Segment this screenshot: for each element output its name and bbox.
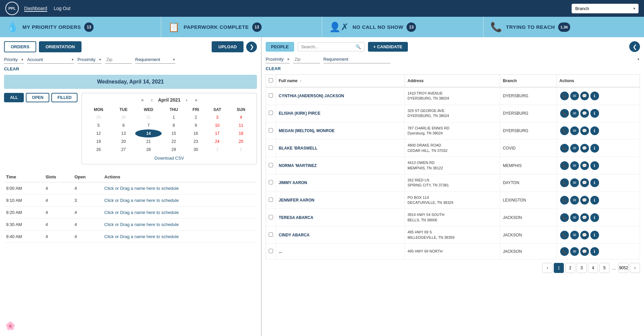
message-icon[interactable]: 💬 bbox=[580, 109, 589, 118]
pagination-prev[interactable]: ‹ bbox=[542, 263, 552, 273]
row-checkbox[interactable] bbox=[269, 215, 273, 219]
page-btn-4[interactable]: 4 bbox=[588, 263, 598, 273]
toggle-open[interactable]: OPEN bbox=[26, 93, 49, 102]
info-icon[interactable]: ℹ bbox=[590, 109, 599, 118]
phone-icon[interactable]: 📞 bbox=[560, 109, 569, 118]
info-icon[interactable]: ℹ bbox=[590, 144, 599, 153]
right-proximity-filter[interactable]: Proximity bbox=[266, 55, 290, 63]
email-icon[interactable]: ✉ bbox=[570, 109, 579, 118]
people-button[interactable]: PEOPLE bbox=[266, 42, 294, 52]
cal-day-cell[interactable]: 17 bbox=[206, 129, 229, 137]
right-requirement-filter[interactable]: Requirement bbox=[323, 55, 390, 63]
right-arrow-button[interactable]: ❯ bbox=[246, 42, 257, 52]
phone-icon[interactable]: 📞 bbox=[560, 213, 569, 222]
cal-day-cell[interactable]: 21 bbox=[135, 137, 162, 146]
cal-last-button[interactable]: » bbox=[193, 97, 200, 103]
cal-day-cell[interactable]: 8 bbox=[162, 121, 186, 129]
cal-day-cell[interactable]: 11 bbox=[229, 121, 253, 129]
stat-paperwork[interactable]: 📋 PAPERWORK COMPLETE 13 bbox=[161, 17, 323, 37]
orders-button[interactable]: ORDERS bbox=[4, 41, 36, 52]
right-clear-link[interactable]: CLEAR bbox=[266, 66, 281, 71]
toggle-all[interactable]: ALL bbox=[4, 93, 24, 102]
info-icon[interactable]: ℹ bbox=[590, 196, 599, 205]
schedule-action-link[interactable]: Click or Drag a name here to schedule bbox=[104, 198, 179, 203]
info-icon[interactable]: ℹ bbox=[590, 161, 599, 170]
page-btn-1[interactable]: 1 bbox=[554, 263, 564, 273]
cal-day-cell[interactable]: 15 bbox=[162, 129, 186, 137]
schedule-action-link[interactable]: Click or Drag a name here to schedule bbox=[104, 222, 179, 227]
schedule-action-link[interactable]: Click or Drag a name here to schedule bbox=[104, 234, 179, 239]
message-icon[interactable]: 💬 bbox=[580, 92, 589, 100]
cal-day-cell[interactable]: 18 bbox=[229, 129, 253, 137]
cal-prev-button[interactable]: ‹ bbox=[149, 97, 155, 103]
cal-day-cell[interactable]: 26 bbox=[85, 146, 112, 154]
nav-dashboard[interactable]: Dashboard bbox=[24, 6, 47, 12]
stat-priority[interactable]: 💧 MY PRIORITY ORDERS 13 bbox=[0, 17, 161, 37]
cal-day-cell[interactable]: 20 bbox=[112, 137, 135, 146]
row-checkbox[interactable] bbox=[269, 163, 273, 167]
message-icon[interactable]: 💬 bbox=[580, 178, 589, 187]
cal-day-cell[interactable]: 2 bbox=[229, 146, 253, 154]
pagination-next[interactable]: › bbox=[630, 263, 640, 273]
phone-icon[interactable]: 📞 bbox=[560, 178, 569, 187]
select-all-checkbox[interactable] bbox=[269, 78, 273, 82]
schedule-action-link[interactable]: Click or Drag a name here to schedule bbox=[104, 210, 179, 215]
left-arrow-button[interactable]: ❮ bbox=[629, 41, 640, 52]
left-clear-link[interactable]: CLEAR bbox=[4, 66, 19, 71]
upload-button[interactable]: UPLOAD bbox=[212, 41, 244, 52]
right-zip-input[interactable] bbox=[293, 55, 320, 63]
schedule-action-link[interactable]: Click or Drag a name here to schedule bbox=[104, 186, 179, 191]
row-checkbox[interactable] bbox=[269, 128, 273, 132]
row-checkbox[interactable] bbox=[269, 146, 273, 150]
cal-day-cell[interactable]: 23 bbox=[186, 137, 206, 146]
cal-day-cell[interactable]: 24 bbox=[206, 137, 229, 146]
email-icon[interactable]: ✉ bbox=[570, 92, 579, 100]
cal-day-cell[interactable]: 30 bbox=[186, 146, 206, 154]
info-icon[interactable]: ℹ bbox=[590, 178, 599, 187]
message-icon[interactable]: 💬 bbox=[580, 144, 589, 153]
cal-day-cell[interactable]: 2 bbox=[186, 113, 206, 121]
fullname-header[interactable]: Full name ↑ bbox=[276, 75, 405, 88]
cal-day-cell[interactable]: 25 bbox=[229, 137, 253, 146]
add-candidate-button[interactable]: + CANDIDATE bbox=[368, 42, 408, 52]
cal-day-cell[interactable]: 14 bbox=[135, 129, 162, 137]
requirement-filter[interactable]: Requirement bbox=[135, 56, 175, 64]
phone-icon[interactable]: 📞 bbox=[560, 231, 569, 239]
message-icon[interactable]: 💬 bbox=[580, 126, 589, 135]
row-checkbox[interactable] bbox=[269, 232, 273, 237]
cal-day-cell[interactable]: 12 bbox=[85, 129, 112, 137]
branch-select[interactable]: Branch bbox=[572, 4, 639, 13]
row-checkbox[interactable] bbox=[269, 93, 273, 98]
email-icon[interactable]: ✉ bbox=[570, 231, 579, 239]
cal-first-button[interactable]: « bbox=[139, 97, 146, 103]
info-icon[interactable]: ℹ bbox=[590, 126, 599, 135]
email-icon[interactable]: ✉ bbox=[570, 247, 579, 256]
page-btn-2[interactable]: 2 bbox=[565, 263, 575, 273]
email-icon[interactable]: ✉ bbox=[570, 161, 579, 170]
phone-icon[interactable]: 📞 bbox=[560, 92, 569, 100]
email-icon[interactable]: ✉ bbox=[570, 213, 579, 222]
cal-day-cell[interactable]: 22 bbox=[162, 137, 186, 146]
message-icon[interactable]: 💬 bbox=[580, 196, 589, 205]
stat-nocall[interactable]: 👤✗ NO CALL NO SHOW 13 bbox=[322, 17, 484, 37]
info-icon[interactable]: ℹ bbox=[590, 213, 599, 222]
pagination-last[interactable]: 9052 bbox=[619, 263, 629, 273]
row-checkbox[interactable] bbox=[269, 111, 273, 115]
info-icon[interactable]: ℹ bbox=[590, 92, 599, 100]
cal-day-cell[interactable]: 1 bbox=[206, 146, 229, 154]
cal-day-cell[interactable]: 30 bbox=[112, 113, 135, 121]
phone-icon[interactable]: 📞 bbox=[560, 126, 569, 135]
orientation-button[interactable]: ORIENTATION bbox=[39, 41, 82, 52]
toggle-filled[interactable]: FILLED bbox=[51, 93, 77, 102]
cal-day-cell[interactable]: 29 bbox=[162, 146, 186, 154]
phone-icon[interactable]: 📞 bbox=[560, 161, 569, 170]
info-icon[interactable]: ℹ bbox=[590, 247, 599, 256]
message-icon[interactable]: 💬 bbox=[580, 231, 589, 239]
message-icon[interactable]: 💬 bbox=[580, 161, 589, 170]
message-icon[interactable]: 💬 bbox=[580, 247, 589, 256]
cal-day-cell[interactable]: 19 bbox=[85, 137, 112, 146]
nav-logout[interactable]: Log Out bbox=[54, 6, 70, 11]
account-filter[interactable]: Account bbox=[27, 56, 74, 64]
cal-day-cell[interactable]: 27 bbox=[112, 146, 135, 154]
page-btn-5[interactable]: 5 bbox=[599, 263, 609, 273]
